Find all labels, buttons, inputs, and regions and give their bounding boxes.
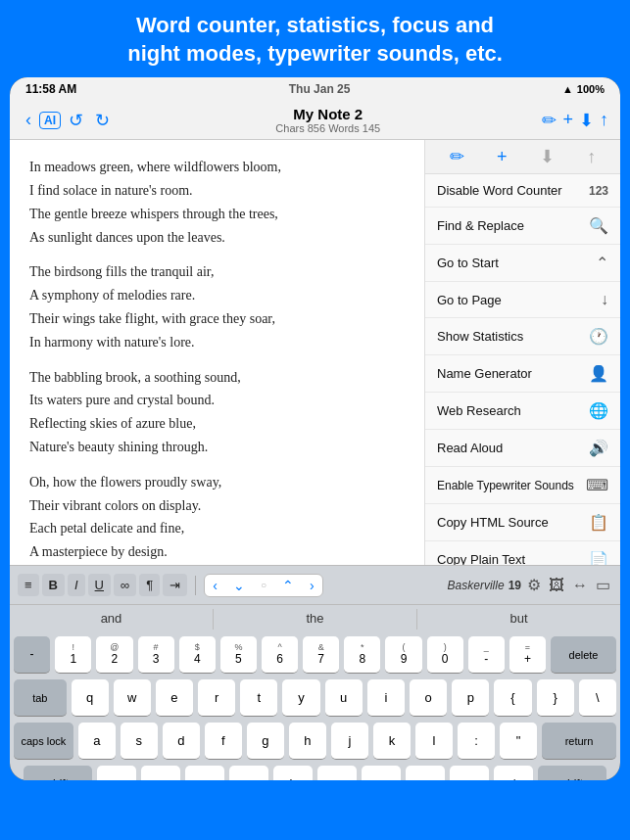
key-h[interactable]: h	[289, 723, 326, 760]
plus-button[interactable]: +	[562, 110, 573, 130]
nav-left-btn[interactable]: ‹	[205, 575, 225, 596]
autocomplete-word-3[interactable]: but	[417, 609, 620, 630]
key-b[interactable]: b	[273, 766, 313, 780]
menu-item-go-to-start[interactable]: Go to Start ⌃	[425, 245, 620, 282]
key-plus[interactable]: =+	[509, 636, 546, 674]
key-u[interactable]: u	[325, 679, 363, 717]
redo-button[interactable]: ↻	[91, 108, 114, 133]
nav-right-btn[interactable]: ›	[302, 575, 322, 596]
menu-item-find-replace[interactable]: Find & Replace 🔍	[425, 208, 620, 245]
menu-plus-icon[interactable]: +	[497, 147, 508, 167]
download-button[interactable]: ⬇	[579, 110, 594, 131]
key-5[interactable]: %5	[220, 636, 257, 674]
fmt-image-btn[interactable]: 🖼	[547, 575, 566, 596]
menu-pencil-icon[interactable]: ✏	[450, 146, 464, 167]
editor-pane[interactable]: In meadows green, where wildflowers bloo…	[10, 140, 424, 565]
pencil-button[interactable]: ✏	[542, 110, 557, 131]
key-q[interactable]: q	[72, 679, 109, 717]
key-f[interactable]: f	[205, 723, 242, 760]
key-colon[interactable]: :	[458, 723, 495, 760]
nav-down-btn[interactable]: ⌄	[225, 575, 253, 596]
key-tab[interactable]: tab	[14, 679, 66, 717]
banner-line2: night modes, typewriter sounds, etc.	[127, 41, 503, 66]
key-s[interactable]: s	[121, 723, 158, 760]
key-r[interactable]: r	[198, 679, 235, 717]
key-l[interactable]: l	[415, 723, 453, 760]
speaker-icon: 🔊	[589, 439, 608, 457]
doc-stats: Chars 856 Words 145	[121, 122, 534, 134]
menu-item-read-aloud[interactable]: Read Aloud 🔊	[425, 430, 620, 467]
key-i[interactable]: i	[367, 679, 405, 717]
menu-item-copy-plain[interactable]: Copy Plain Text 📄	[425, 541, 620, 565]
menu-item-show-statistics[interactable]: Show Statistics 🕐	[425, 318, 620, 355]
key-0[interactable]: )0	[427, 636, 463, 674]
fmt-more-btn[interactable]: ▭	[594, 574, 612, 596]
fmt-expand-btn[interactable]: ↔	[570, 575, 590, 596]
key-2[interactable]: @2	[96, 636, 132, 674]
menu-item-web-research[interactable]: Web Research 🌐	[425, 393, 620, 430]
autocomplete-word-2[interactable]: the	[214, 609, 417, 630]
key-x[interactable]: x	[141, 766, 180, 780]
fmt-paragraph-btn[interactable]: ≡	[18, 574, 39, 596]
menu-item-name-generator[interactable]: Name Generator 👤	[425, 355, 620, 393]
key-minus[interactable]: -	[14, 636, 50, 674]
key-return[interactable]: return	[542, 723, 616, 760]
key-v[interactable]: v	[229, 766, 268, 780]
key-lbrace[interactable]: {	[494, 679, 531, 717]
key-gt[interactable]: ›	[450, 766, 489, 780]
key-7[interactable]: &7	[303, 636, 339, 674]
key-g[interactable]: g	[247, 723, 284, 760]
key-rbrace[interactable]: }	[537, 679, 574, 717]
key-dash[interactable]: _-	[468, 636, 505, 674]
key-6[interactable]: ^6	[262, 636, 298, 674]
fmt-indent-btn[interactable]: ⇥	[163, 574, 187, 596]
key-c[interactable]: c	[185, 766, 224, 780]
menu-item-copy-html[interactable]: Copy HTML Source 📋	[425, 504, 620, 541]
key-d[interactable]: d	[163, 723, 200, 760]
key-w[interactable]: w	[114, 679, 151, 717]
menu-item-typewriter-sounds[interactable]: Enable Typewriter Sounds ⌨	[425, 467, 620, 504]
key-k[interactable]: k	[373, 723, 411, 760]
key-3[interactable]: #3	[138, 636, 174, 674]
key-t[interactable]: t	[240, 679, 277, 717]
key-o[interactable]: o	[410, 679, 447, 717]
fmt-settings-btn[interactable]: ⚙	[525, 574, 543, 596]
key-8[interactable]: *8	[344, 636, 380, 674]
menu-download-icon[interactable]: ⬇	[540, 146, 555, 167]
key-9[interactable]: (9	[385, 636, 421, 674]
back-button[interactable]: ‹	[22, 108, 35, 132]
fmt-para2-btn[interactable]: ¶	[139, 574, 160, 596]
key-lt[interactable]: ‹	[406, 766, 445, 780]
key-shift-right[interactable]: shift	[538, 766, 606, 780]
fmt-underline-btn[interactable]: U	[88, 574, 111, 596]
nav-circle-btn[interactable]: ○	[253, 575, 274, 596]
nav-up-btn[interactable]: ⌃	[274, 575, 302, 596]
fmt-italic-btn[interactable]: I	[68, 574, 85, 596]
key-z[interactable]: z	[97, 766, 136, 780]
key-delete[interactable]: delete	[551, 636, 616, 674]
key-m[interactable]: m	[362, 766, 401, 780]
key-p[interactable]: p	[452, 679, 489, 717]
menu-share-icon[interactable]: ↑	[587, 147, 596, 167]
key-j[interactable]: j	[331, 723, 368, 760]
go-page-icon: ↓	[601, 291, 608, 308]
undo-button[interactable]: ↺	[65, 108, 87, 133]
menu-item-disable-word-counter[interactable]: Disable Word Counter 123	[425, 174, 620, 208]
key-slash[interactable]: /	[494, 766, 533, 780]
fmt-link-btn[interactable]: ∞	[114, 574, 136, 596]
key-backslash[interactable]: \	[579, 679, 616, 717]
key-1[interactable]: !1	[55, 636, 91, 674]
key-caps[interactable]: caps lock	[14, 723, 73, 760]
fmt-bold-btn[interactable]: B	[42, 574, 65, 596]
key-a[interactable]: a	[78, 723, 116, 760]
key-y[interactable]: y	[282, 679, 319, 717]
ai-button[interactable]: AI	[39, 112, 61, 129]
share-button[interactable]: ↑	[600, 110, 608, 130]
key-shift-left[interactable]: shift	[24, 766, 92, 780]
menu-item-go-to-page[interactable]: Go to Page ↓	[425, 282, 620, 318]
key-n[interactable]: n	[317, 766, 357, 780]
key-e[interactable]: e	[156, 679, 193, 717]
autocomplete-word-1[interactable]: and	[10, 609, 214, 630]
key-4[interactable]: $4	[179, 636, 216, 674]
key-quote[interactable]: "	[500, 723, 537, 760]
